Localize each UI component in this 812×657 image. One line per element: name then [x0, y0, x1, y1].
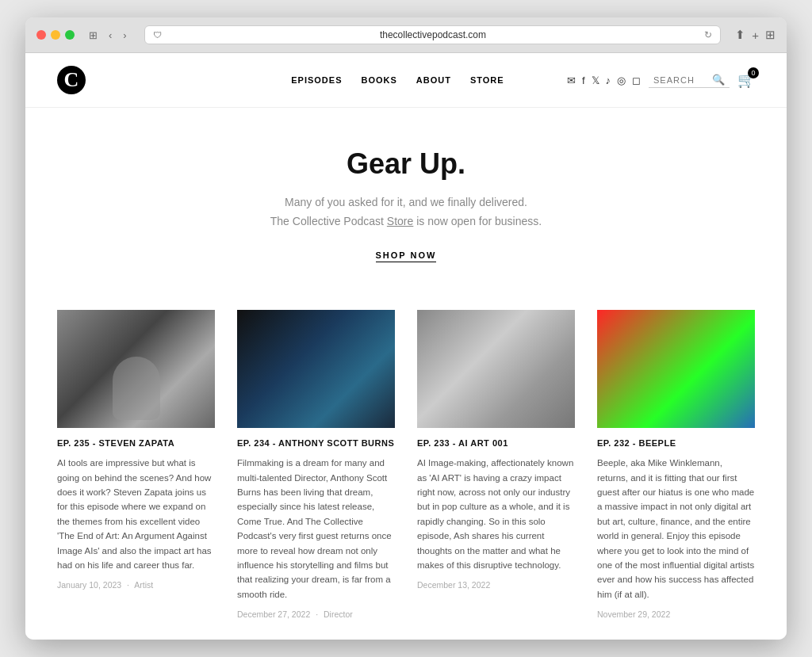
episode-desc-235: AI tools are impressive but what is goin…	[57, 456, 215, 572]
episode-category-235: Artist	[134, 580, 153, 590]
new-tab-button[interactable]: +	[752, 29, 759, 42]
cart-badge: 0	[748, 67, 759, 78]
browser-titlebar: ⊞ ‹ › 🛡 thecollectivepodcast.com ↻ ⬆ + ⊞	[25, 17, 787, 53]
episode-date-233: December 13, 2022	[417, 580, 490, 590]
security-icon: 🛡	[153, 30, 162, 40]
episode-card-235[interactable]: EP. 235 - STEVEN ZAPATA AI tools are imp…	[57, 310, 215, 620]
url-bar[interactable]: 🛡 thecollectivepodcast.com ↻	[144, 25, 722, 44]
fullscreen-dot[interactable]	[65, 30, 75, 40]
close-dot[interactable]	[36, 30, 46, 40]
promo-subtitle-after: is now open for business.	[413, 215, 542, 227]
episode-thumb-234	[237, 310, 395, 428]
search-bar[interactable]: 🔍	[649, 72, 730, 88]
window-controls-button[interactable]: ⊞	[86, 28, 101, 43]
spotify-icon[interactable]: ◎	[617, 74, 626, 86]
browser-dots	[36, 30, 75, 40]
minimize-dot[interactable]	[51, 30, 60, 40]
promo-subtitle-before: The Collective Podcast	[270, 215, 387, 227]
forward-button[interactable]: ›	[120, 28, 129, 43]
episode-desc-233: AI Image-making, affectionately known as…	[417, 456, 575, 572]
episode-category-234: Director	[324, 609, 353, 619]
share-button[interactable]: ⬆	[735, 28, 745, 42]
email-icon[interactable]: ✉	[567, 74, 576, 86]
nav-about[interactable]: ABOUT	[416, 75, 451, 85]
cart-icon[interactable]: 🛒 0	[737, 71, 755, 89]
episode-desc-234: Filmmaking is a dream for many and multi…	[237, 456, 395, 602]
episode-date-232: November 29, 2022	[597, 609, 670, 619]
social-icons: ✉ f 𝕏 ♪ ◎ ◻	[567, 74, 641, 86]
search-input[interactable]	[653, 75, 709, 85]
episode-title-233: EP. 233 - AI ART 001	[417, 437, 575, 449]
episode-meta-234: December 27, 2022 · Director	[237, 609, 395, 619]
promo-title: Gear Up.	[57, 147, 755, 181]
episode-meta-235: January 10, 2023 · Artist	[57, 580, 215, 590]
episode-card-233[interactable]: EP. 233 - AI ART 001 AI Image-making, af…	[417, 310, 575, 620]
url-text: thecollectivepodcast.com	[167, 29, 700, 40]
grid-view-button[interactable]: ⊞	[765, 28, 776, 42]
search-icon[interactable]: 🔍	[712, 74, 725, 86]
promo-section: Gear Up. Many of you asked for it, and w…	[25, 108, 787, 294]
reload-button[interactable]: ↻	[704, 29, 712, 40]
site-header: C EPISODES BOOKS ABOUT STORE ✉ f 𝕏 ♪ ◎ ◻	[25, 53, 787, 108]
episode-thumb-232	[597, 310, 755, 428]
facebook-icon[interactable]: f	[582, 74, 585, 86]
twitter-icon[interactable]: 𝕏	[592, 74, 599, 86]
episode-thumb-235	[57, 310, 215, 428]
episodes-grid: EP. 235 - STEVEN ZAPATA AI tools are imp…	[25, 294, 787, 640]
nav-episodes[interactable]: EPISODES	[291, 75, 342, 85]
episode-title-235: EP. 235 - STEVEN ZAPATA	[57, 437, 215, 449]
back-button[interactable]: ‹	[105, 28, 115, 43]
website-content: C EPISODES BOOKS ABOUT STORE ✉ f 𝕏 ♪ ◎ ◻	[25, 53, 787, 640]
browser-actions: ⬆ + ⊞	[735, 28, 776, 42]
promo-subtitle-2: The Collective Podcast Store is now open…	[57, 212, 755, 231]
episode-meta-232: November 29, 2022	[597, 609, 755, 619]
episode-card-234[interactable]: EP. 234 - ANTHONY SCOTT BURNS Filmmaking…	[237, 310, 395, 620]
header-right: ✉ f 𝕏 ♪ ◎ ◻ 🔍 🛒 0	[567, 71, 755, 89]
episode-desc-232: Beeple, aka Mike Winklemann, returns, an…	[597, 456, 755, 602]
shop-now-button[interactable]: SHOP NOW	[376, 250, 437, 262]
episode-meta-233: December 13, 2022	[417, 580, 575, 590]
episode-title-234: EP. 234 - ANTHONY SCOTT BURNS	[237, 437, 395, 449]
episode-thumb-233	[417, 310, 575, 428]
site-logo[interactable]: C	[57, 66, 86, 94]
main-nav: EPISODES BOOKS ABOUT STORE	[244, 75, 551, 85]
episode-date-235: January 10, 2023	[57, 580, 121, 590]
nav-books[interactable]: BOOKS	[361, 75, 396, 85]
instagram-icon[interactable]: ◻	[632, 74, 641, 86]
nav-store[interactable]: STORE	[470, 75, 504, 85]
episode-card-232[interactable]: EP. 232 - BEEPLE Beeple, aka Mike Winkle…	[597, 310, 755, 620]
episode-title-232: EP. 232 - BEEPLE	[597, 437, 755, 449]
episode-date-234: December 27, 2022	[237, 609, 310, 619]
music-icon[interactable]: ♪	[606, 74, 611, 86]
browser-window: ⊞ ‹ › 🛡 thecollectivepodcast.com ↻ ⬆ + ⊞…	[25, 17, 787, 640]
store-link[interactable]: Store	[387, 215, 413, 227]
browser-controls: ⊞ ‹ ›	[86, 28, 130, 43]
promo-subtitle-1: Many of you asked for it, and we finally…	[57, 193, 755, 212]
